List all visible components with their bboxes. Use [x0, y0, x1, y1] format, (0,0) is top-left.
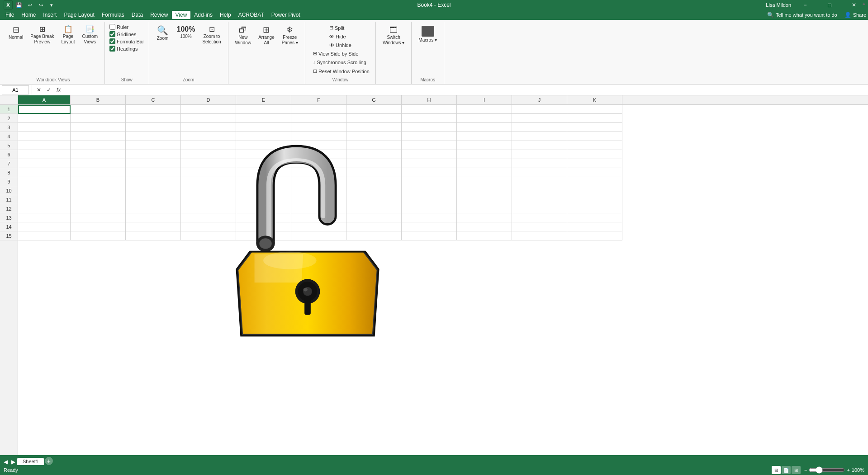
cell-G8[interactable] — [346, 168, 402, 177]
normal-button[interactable]: ⊟ Normal — [5, 24, 26, 42]
col-header-d[interactable]: D — [181, 95, 236, 104]
cell-A14[interactable] — [18, 222, 71, 231]
cell-C4[interactable] — [126, 132, 181, 141]
cell-A15[interactable] — [18, 231, 71, 240]
cell-F3[interactable] — [291, 123, 346, 132]
freeze-panes-button[interactable]: ❄ FreezePanes ▾ — [279, 24, 301, 48]
menu-insert[interactable]: Insert — [39, 11, 60, 19]
cell-J13[interactable] — [512, 213, 567, 222]
cell-E11[interactable] — [236, 195, 291, 204]
cell-C6[interactable] — [126, 150, 181, 159]
col-header-c[interactable]: C — [126, 95, 181, 104]
custom-views-button[interactable]: 📑 CustomViews — [79, 24, 101, 47]
cell-I14[interactable] — [457, 222, 512, 231]
menu-view[interactable]: View — [172, 11, 191, 19]
cell-B10[interactable] — [71, 186, 126, 195]
cell-A4[interactable] — [18, 132, 71, 141]
sheet-scroll-right[interactable]: ▶ — [9, 459, 17, 465]
col-header-e[interactable]: E — [236, 95, 291, 104]
cell-H3[interactable] — [402, 123, 457, 132]
cell-B14[interactable] — [71, 222, 126, 231]
arrange-all-button[interactable]: ⊞ ArrangeAll — [255, 24, 278, 48]
split-button[interactable]: ⊟ Split — [327, 24, 346, 32]
cell-K2[interactable] — [567, 114, 622, 123]
cell-B11[interactable] — [71, 195, 126, 204]
switch-windows-button[interactable]: 🗔 SwitchWindows ▾ — [379, 24, 408, 48]
cell-G3[interactable] — [346, 123, 402, 132]
cell-G4[interactable] — [346, 132, 402, 141]
cell-B6[interactable] — [71, 150, 126, 159]
cell-A5[interactable] — [18, 141, 71, 150]
row-num-10[interactable]: 10 — [0, 186, 18, 195]
cell-K12[interactable] — [567, 204, 622, 213]
menu-addins[interactable]: Add-ins — [190, 11, 216, 19]
cell-J12[interactable] — [512, 204, 567, 213]
cell-C10[interactable] — [126, 186, 181, 195]
cell-D8[interactable] — [181, 168, 236, 177]
cell-I10[interactable] — [457, 186, 512, 195]
cell-B3[interactable] — [71, 123, 126, 132]
row-num-15[interactable]: 15 — [0, 231, 18, 240]
cell-C1[interactable] — [126, 105, 181, 114]
cell-A8[interactable] — [18, 168, 71, 177]
new-window-button[interactable]: 🗗 NewWindow — [232, 24, 255, 48]
save-qat-button[interactable]: 💾 — [14, 0, 24, 9]
cell-E7[interactable] — [236, 159, 291, 168]
cell-F13[interactable] — [291, 213, 346, 222]
cell-E13[interactable] — [236, 213, 291, 222]
cell-C13[interactable] — [126, 213, 181, 222]
cell-J2[interactable] — [512, 114, 567, 123]
cell-I3[interactable] — [457, 123, 512, 132]
cell-H14[interactable] — [402, 222, 457, 231]
cell-E8[interactable] — [236, 168, 291, 177]
cell-D7[interactable] — [181, 159, 236, 168]
col-header-g[interactable]: G — [346, 95, 402, 104]
cell-I15[interactable] — [457, 231, 512, 240]
cell-F8[interactable] — [291, 168, 346, 177]
cell-J1[interactable] — [512, 105, 567, 114]
cell-C5[interactable] — [126, 141, 181, 150]
tell-me-label[interactable]: Tell me what you want to do — [776, 12, 837, 18]
cell-B7[interactable] — [71, 159, 126, 168]
ribbon-collapse-button[interactable]: ▲ — [862, 1, 866, 6]
cell-J6[interactable] — [512, 150, 567, 159]
cell-G5[interactable] — [346, 141, 402, 150]
cell-C3[interactable] — [126, 123, 181, 132]
row-num-1[interactable]: 1 — [0, 105, 18, 114]
cell-B9[interactable] — [71, 177, 126, 186]
col-header-b[interactable]: B — [71, 95, 126, 104]
unhide-button[interactable]: 👁 Unhide — [327, 41, 354, 49]
cell-J7[interactable] — [512, 159, 567, 168]
cell-G14[interactable] — [346, 222, 402, 231]
cell-A1[interactable] — [18, 105, 71, 114]
synchronous-scrolling-button[interactable]: ↕ Synchronous Scrolling — [311, 58, 372, 66]
cell-C11[interactable] — [126, 195, 181, 204]
cell-K6[interactable] — [567, 150, 622, 159]
cell-F2[interactable] — [291, 114, 346, 123]
row-num-8[interactable]: 8 — [0, 168, 18, 177]
cell-F11[interactable] — [291, 195, 346, 204]
cell-K11[interactable] — [567, 195, 622, 204]
cell-H2[interactable] — [402, 114, 457, 123]
cell-E2[interactable] — [236, 114, 291, 123]
cell-I4[interactable] — [457, 132, 512, 141]
cell-D13[interactable] — [181, 213, 236, 222]
col-header-h[interactable]: H — [402, 95, 457, 104]
cell-D5[interactable] — [181, 141, 236, 150]
cell-D1[interactable] — [181, 105, 236, 114]
cell-J3[interactable] — [512, 123, 567, 132]
cell-K13[interactable] — [567, 213, 622, 222]
cell-E3[interactable] — [236, 123, 291, 132]
cell-E9[interactable] — [236, 177, 291, 186]
ruler-check-input[interactable] — [109, 24, 115, 30]
row-num-4[interactable]: 4 — [0, 132, 18, 141]
cell-I13[interactable] — [457, 213, 512, 222]
cell-B15[interactable] — [71, 231, 126, 240]
cell-D12[interactable] — [181, 204, 236, 213]
cell-E15[interactable] — [236, 231, 291, 240]
page-break-view-btn[interactable]: ⊞ — [792, 466, 801, 474]
cell-K3[interactable] — [567, 123, 622, 132]
cell-K8[interactable] — [567, 168, 622, 177]
restore-button[interactable]: ◻ — [819, 0, 840, 10]
zoom-100-button[interactable]: 100% 100% — [174, 24, 199, 42]
